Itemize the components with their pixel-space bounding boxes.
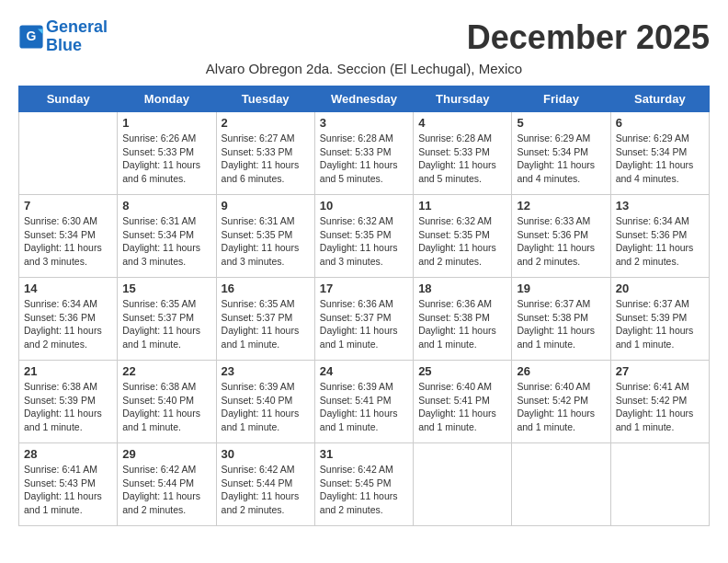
calendar-cell: 12Sunrise: 6:33 AM Sunset: 5:36 PM Dayli…: [512, 195, 610, 278]
day-info: Sunrise: 6:37 AM Sunset: 5:38 PM Dayligh…: [517, 297, 605, 351]
day-info: Sunrise: 6:32 AM Sunset: 5:35 PM Dayligh…: [418, 214, 506, 269]
day-number: 15: [122, 282, 210, 295]
day-info: Sunrise: 6:35 AM Sunset: 5:37 PM Dayligh…: [122, 297, 210, 351]
day-info: Sunrise: 6:38 AM Sunset: 5:39 PM Dayligh…: [24, 380, 112, 434]
day-info: Sunrise: 6:29 AM Sunset: 5:34 PM Dayligh…: [616, 132, 704, 186]
calendar-cell: 9Sunrise: 6:31 AM Sunset: 5:35 PM Daylig…: [216, 195, 314, 278]
day-number: 22: [122, 364, 210, 378]
day-info: Sunrise: 6:36 AM Sunset: 5:38 PM Dayligh…: [418, 297, 506, 351]
header-wednesday: Wednesday: [314, 86, 413, 112]
day-number: 26: [517, 364, 605, 378]
calendar-cell: 18Sunrise: 6:36 AM Sunset: 5:38 PM Dayli…: [414, 278, 512, 361]
day-info: Sunrise: 6:38 AM Sunset: 5:40 PM Dayligh…: [122, 380, 210, 434]
calendar-week-1: 1Sunrise: 6:26 AM Sunset: 5:33 PM Daylig…: [19, 112, 710, 195]
calendar-cell: 13Sunrise: 6:34 AM Sunset: 5:36 PM Dayli…: [610, 195, 709, 278]
day-number: 24: [320, 364, 408, 378]
day-info: Sunrise: 6:34 AM Sunset: 5:36 PM Dayligh…: [24, 297, 112, 351]
day-number: 11: [418, 199, 506, 213]
subtitle: Alvaro Obregon 2da. Seccion (El Lechugal…: [18, 61, 710, 76]
day-info: Sunrise: 6:37 AM Sunset: 5:39 PM Dayligh…: [616, 297, 704, 351]
day-number: 27: [616, 364, 704, 378]
day-number: 14: [24, 282, 112, 295]
calendar-cell: 15Sunrise: 6:35 AM Sunset: 5:37 PM Dayli…: [118, 278, 216, 361]
day-info: Sunrise: 6:28 AM Sunset: 5:33 PM Dayligh…: [418, 132, 506, 186]
logo-icon: G: [18, 24, 44, 50]
day-info: Sunrise: 6:40 AM Sunset: 5:42 PM Dayligh…: [517, 380, 605, 434]
calendar-cell: 23Sunrise: 6:39 AM Sunset: 5:40 PM Dayli…: [216, 361, 314, 443]
day-number: 25: [418, 364, 506, 378]
header-sunday: Sunday: [19, 86, 118, 112]
calendar-cell: 8Sunrise: 6:31 AM Sunset: 5:34 PM Daylig…: [118, 195, 216, 278]
calendar-cell: 26Sunrise: 6:40 AM Sunset: 5:42 PM Dayli…: [512, 361, 610, 443]
day-info: Sunrise: 6:27 AM Sunset: 5:33 PM Dayligh…: [222, 132, 310, 186]
day-number: 2: [222, 116, 310, 130]
calendar-week-2: 7Sunrise: 6:30 AM Sunset: 5:34 PM Daylig…: [19, 195, 710, 278]
day-number: 17: [320, 282, 408, 295]
calendar-cell: 21Sunrise: 6:38 AM Sunset: 5:39 PM Dayli…: [19, 361, 118, 443]
day-info: Sunrise: 6:36 AM Sunset: 5:37 PM Dayligh…: [320, 297, 408, 351]
header-saturday: Saturday: [610, 86, 709, 112]
calendar-table: Sunday Monday Tuesday Wednesday Thursday…: [18, 86, 710, 526]
day-info: Sunrise: 6:35 AM Sunset: 5:37 PM Dayligh…: [222, 297, 310, 351]
header-friday: Friday: [512, 86, 610, 112]
day-info: Sunrise: 6:33 AM Sunset: 5:36 PM Dayligh…: [517, 214, 605, 269]
calendar-cell: 14Sunrise: 6:34 AM Sunset: 5:36 PM Dayli…: [19, 278, 118, 361]
day-info: Sunrise: 6:31 AM Sunset: 5:34 PM Dayligh…: [122, 214, 210, 269]
day-number: 10: [320, 199, 408, 213]
calendar-cell: 20Sunrise: 6:37 AM Sunset: 5:39 PM Dayli…: [610, 278, 709, 361]
day-number: 12: [517, 199, 605, 213]
calendar-cell: 17Sunrise: 6:36 AM Sunset: 5:37 PM Dayli…: [314, 278, 413, 361]
day-number: 3: [320, 116, 408, 130]
calendar-cell: 31Sunrise: 6:42 AM Sunset: 5:45 PM Dayli…: [314, 443, 413, 526]
day-info: Sunrise: 6:26 AM Sunset: 5:33 PM Dayligh…: [122, 132, 210, 186]
calendar-cell: 25Sunrise: 6:40 AM Sunset: 5:41 PM Dayli…: [414, 361, 512, 443]
calendar-cell: 6Sunrise: 6:29 AM Sunset: 5:34 PM Daylig…: [610, 112, 709, 195]
title-section: December 2025: [467, 18, 710, 57]
calendar-cell: 4Sunrise: 6:28 AM Sunset: 5:33 PM Daylig…: [414, 112, 512, 195]
logo: G GeneralBlue: [18, 18, 108, 55]
day-info: Sunrise: 6:42 AM Sunset: 5:44 PM Dayligh…: [122, 463, 210, 517]
calendar-body: 1Sunrise: 6:26 AM Sunset: 5:33 PM Daylig…: [19, 112, 710, 526]
calendar-cell: [512, 443, 610, 526]
calendar-cell: 5Sunrise: 6:29 AM Sunset: 5:34 PM Daylig…: [512, 112, 610, 195]
day-info: Sunrise: 6:31 AM Sunset: 5:35 PM Dayligh…: [222, 214, 310, 269]
calendar-week-4: 21Sunrise: 6:38 AM Sunset: 5:39 PM Dayli…: [19, 361, 710, 443]
day-info: Sunrise: 6:39 AM Sunset: 5:40 PM Dayligh…: [222, 380, 310, 434]
day-number: 6: [616, 116, 704, 130]
day-number: 9: [222, 199, 310, 213]
logo-text: GeneralBlue: [46, 18, 108, 55]
day-info: Sunrise: 6:32 AM Sunset: 5:35 PM Dayligh…: [320, 214, 408, 269]
day-info: Sunrise: 6:42 AM Sunset: 5:45 PM Dayligh…: [320, 463, 408, 517]
day-number: 18: [418, 282, 506, 295]
calendar-cell: 19Sunrise: 6:37 AM Sunset: 5:38 PM Dayli…: [512, 278, 610, 361]
day-number: 21: [24, 364, 112, 378]
day-info: Sunrise: 6:41 AM Sunset: 5:42 PM Dayligh…: [616, 380, 704, 434]
day-number: 5: [517, 116, 605, 130]
calendar-cell: 30Sunrise: 6:42 AM Sunset: 5:44 PM Dayli…: [216, 443, 314, 526]
calendar-cell: 24Sunrise: 6:39 AM Sunset: 5:41 PM Dayli…: [314, 361, 413, 443]
header-thursday: Thursday: [414, 86, 512, 112]
day-info: Sunrise: 6:39 AM Sunset: 5:41 PM Dayligh…: [320, 380, 408, 434]
calendar-cell: 16Sunrise: 6:35 AM Sunset: 5:37 PM Dayli…: [216, 278, 314, 361]
header-row: Sunday Monday Tuesday Wednesday Thursday…: [19, 86, 710, 112]
day-number: 4: [418, 116, 506, 130]
calendar-header: Sunday Monday Tuesday Wednesday Thursday…: [19, 86, 710, 112]
day-number: 20: [616, 282, 704, 295]
day-info: Sunrise: 6:42 AM Sunset: 5:44 PM Dayligh…: [222, 463, 310, 517]
day-number: 13: [616, 199, 704, 213]
day-number: 19: [517, 282, 605, 295]
day-number: 28: [24, 447, 112, 461]
day-info: Sunrise: 6:29 AM Sunset: 5:34 PM Dayligh…: [517, 132, 605, 186]
day-number: 31: [320, 447, 408, 461]
day-info: Sunrise: 6:30 AM Sunset: 5:34 PM Dayligh…: [24, 214, 112, 269]
day-number: 23: [222, 364, 310, 378]
day-info: Sunrise: 6:34 AM Sunset: 5:36 PM Dayligh…: [616, 214, 704, 269]
day-number: 7: [24, 199, 112, 213]
calendar-cell: [414, 443, 512, 526]
calendar-cell: 10Sunrise: 6:32 AM Sunset: 5:35 PM Dayli…: [314, 195, 413, 278]
day-info: Sunrise: 6:41 AM Sunset: 5:43 PM Dayligh…: [24, 463, 112, 517]
calendar-week-5: 28Sunrise: 6:41 AM Sunset: 5:43 PM Dayli…: [19, 443, 710, 526]
calendar-cell: [19, 112, 118, 195]
header-monday: Monday: [118, 86, 216, 112]
calendar-cell: 1Sunrise: 6:26 AM Sunset: 5:33 PM Daylig…: [118, 112, 216, 195]
